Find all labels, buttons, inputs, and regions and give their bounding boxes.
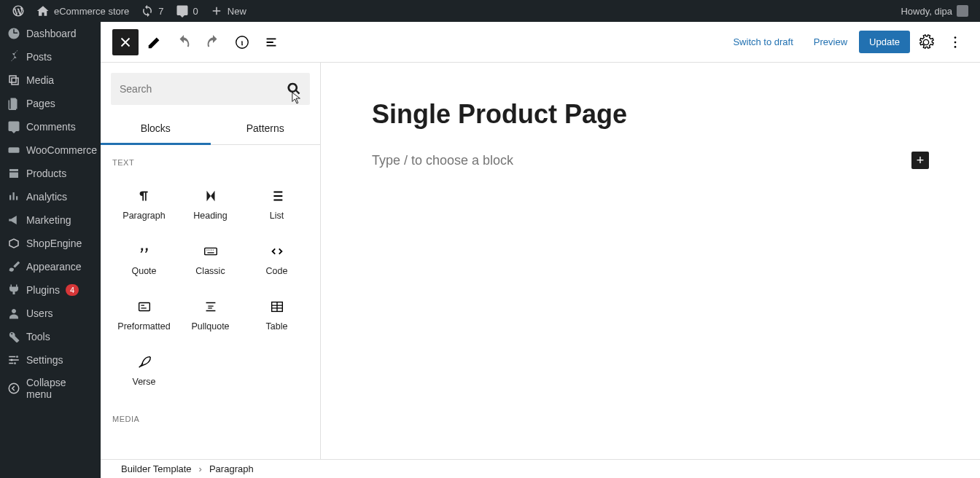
- editor-canvas[interactable]: Single Product Page Type / to choose a b…: [321, 63, 980, 459]
- howdy-label: Howdy, dipa: [901, 6, 952, 17]
- sidebar-item-label: Pages: [26, 98, 55, 109]
- add-block-button[interactable]: +: [911, 152, 929, 169]
- admin-sidebar: Dashboard Posts Media Pages Comments Woo…: [0, 22, 101, 478]
- sidebar-item-label: Posts: [26, 51, 52, 63]
- sidebar-item-label: Tools: [26, 331, 50, 342]
- analytics-icon: [7, 190, 20, 203]
- dashboard-icon: [7, 27, 20, 40]
- svg-point-6: [954, 36, 957, 39]
- sidebar-item-label: Media: [26, 74, 54, 86]
- sidebar-item-users[interactable]: Users: [0, 302, 101, 325]
- sidebar-item-appearance[interactable]: Appearance: [0, 255, 101, 278]
- block-label: Quote: [131, 266, 156, 276]
- quote-icon: [136, 243, 152, 259]
- wordpress-icon: [12, 4, 25, 17]
- table-icon: [269, 299, 285, 315]
- sidebar-item-marketing[interactable]: Marketing: [0, 208, 101, 232]
- block-list[interactable]: List: [244, 176, 310, 231]
- block-pullquote[interactable]: Pullquote: [177, 286, 244, 342]
- block-quote[interactable]: Quote: [111, 231, 177, 286]
- block-label: Heading: [193, 211, 228, 221]
- outline-button[interactable]: [258, 29, 284, 55]
- paragraph-icon: [136, 188, 152, 204]
- sidebar-item-pages[interactable]: Pages: [0, 92, 101, 115]
- svg-point-7: [954, 41, 957, 43]
- edit-tool-button[interactable]: [141, 29, 168, 55]
- block-classic[interactable]: Classic: [177, 231, 244, 286]
- svg-point-8: [954, 46, 957, 48]
- new-content[interactable]: New: [204, 0, 252, 22]
- outline-icon: [263, 34, 279, 50]
- plus-icon: [210, 4, 223, 17]
- block-label: Verse: [133, 377, 156, 387]
- svg-point-3: [14, 362, 16, 364]
- heading-icon: [203, 188, 219, 204]
- search-input[interactable]: [120, 83, 287, 95]
- sidebar-item-shopengine[interactable]: ShopEngine: [0, 232, 101, 255]
- block-table[interactable]: Table: [244, 286, 310, 342]
- block-verse[interactable]: Verse: [111, 342, 177, 397]
- admin-bar: eCommerce store 7 0 New Howdy, dipa: [0, 0, 980, 22]
- redo-button[interactable]: [200, 29, 226, 55]
- plugins-badge: 4: [66, 284, 79, 296]
- sidebar-item-plugins[interactable]: Plugins4: [0, 278, 101, 302]
- svg-rect-10: [139, 303, 149, 311]
- block-inserter: Blocks Patterns TEXT Paragraph Heading L…: [101, 63, 321, 459]
- tab-patterns[interactable]: Patterns: [211, 112, 321, 144]
- chevron-right-icon: ›: [199, 463, 202, 474]
- block-preformatted[interactable]: Preformatted: [111, 286, 177, 342]
- updates[interactable]: 7: [135, 0, 169, 22]
- sidebar-item-label: Appearance: [26, 261, 82, 273]
- sidebar-item-settings[interactable]: Settings: [0, 348, 101, 372]
- page-title[interactable]: Single Product Page: [372, 99, 929, 130]
- group-label-media: MEDIA: [101, 401, 320, 428]
- switch-draft-button[interactable]: Switch to draft: [724, 36, 801, 47]
- sidebar-item-label: Plugins: [26, 284, 60, 296]
- close-inserter-button[interactable]: [112, 29, 139, 55]
- breadcrumb-current[interactable]: Paragraph: [209, 463, 254, 474]
- pullquote-icon: [203, 299, 219, 315]
- tab-blocks[interactable]: Blocks: [101, 112, 211, 144]
- avatar: [957, 5, 968, 17]
- details-button[interactable]: [229, 29, 255, 55]
- howdy-user[interactable]: Howdy, dipa: [895, 0, 974, 22]
- block-paragraph[interactable]: Paragraph: [111, 176, 177, 231]
- block-code[interactable]: Code: [244, 231, 310, 286]
- comments-count[interactable]: 0: [170, 0, 204, 22]
- sidebar-item-posts[interactable]: Posts: [0, 45, 101, 68]
- wp-logo[interactable]: [6, 0, 31, 22]
- code-icon: [269, 243, 285, 259]
- block-label: Classic: [195, 266, 225, 276]
- breadcrumb-root[interactable]: Builder Template: [121, 463, 192, 474]
- block-placeholder[interactable]: Type / to choose a block: [372, 153, 513, 168]
- block-label: List: [270, 211, 284, 221]
- block-heading[interactable]: Heading: [177, 176, 244, 231]
- sidebar-item-woocommerce[interactable]: WooCommerce: [0, 138, 101, 162]
- pin-icon: [7, 50, 20, 63]
- sidebar-item-analytics[interactable]: Analytics: [0, 185, 101, 208]
- keyboard-icon: [203, 243, 219, 259]
- list-icon: [269, 188, 285, 204]
- preview-button[interactable]: Preview: [805, 36, 856, 47]
- settings-button[interactable]: [913, 29, 939, 55]
- media-icon: [7, 74, 20, 87]
- svg-rect-0: [9, 147, 20, 153]
- sidebar-item-comments[interactable]: Comments: [0, 115, 101, 138]
- info-icon: [234, 34, 250, 50]
- sidebar-item-media[interactable]: Media: [0, 68, 101, 92]
- pages-icon: [7, 97, 20, 110]
- products-icon: [7, 167, 20, 180]
- site-home[interactable]: eCommerce store: [31, 0, 135, 22]
- more-options-button[interactable]: [942, 29, 968, 55]
- comment-icon: [176, 4, 189, 17]
- sidebar-item-dashboard[interactable]: Dashboard: [0, 22, 101, 45]
- sidebar-item-label: Analytics: [26, 191, 67, 203]
- search-icon: [287, 82, 301, 96]
- sidebar-item-tools[interactable]: Tools: [0, 325, 101, 348]
- dots-vertical-icon: [947, 34, 963, 50]
- undo-button[interactable]: [171, 29, 197, 55]
- update-button[interactable]: Update: [859, 31, 910, 53]
- sidebar-item-products[interactable]: Products: [0, 162, 101, 185]
- svg-point-4: [9, 383, 19, 393]
- sidebar-collapse[interactable]: Collapse menu: [0, 372, 101, 405]
